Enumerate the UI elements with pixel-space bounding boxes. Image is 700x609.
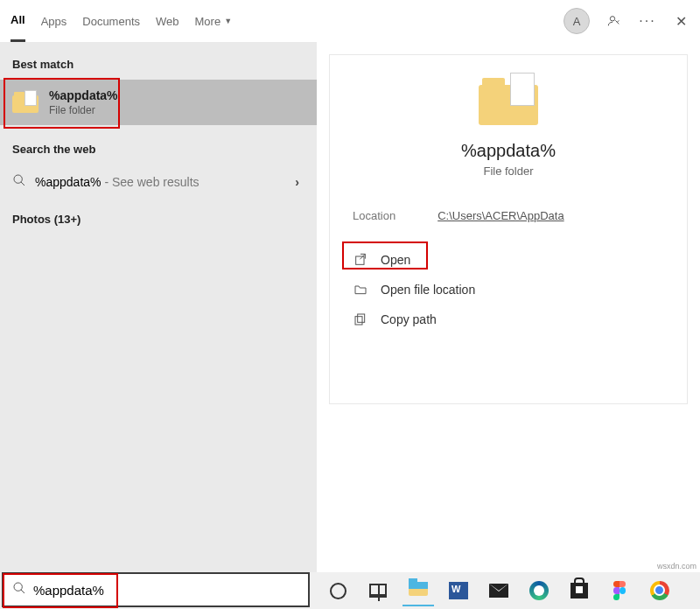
- taskbar: [315, 572, 700, 609]
- copy-icon: [353, 312, 368, 327]
- folder-icon: [12, 92, 38, 113]
- web-result-row[interactable]: %appdata% - See web results ›: [0, 164, 317, 199]
- topbar-actions: A ··· ✕: [564, 8, 690, 34]
- preview-title: %appdata%: [461, 141, 556, 161]
- results-panel: Best match %appdata% File folder Search …: [0, 42, 317, 572]
- content-area: Best match %appdata% File folder Search …: [0, 42, 700, 572]
- top-bar: All Apps Documents Web More ▼ A ··· ✕: [0, 0, 700, 42]
- location-row: Location C:\Users\ACER\AppData: [330, 178, 687, 222]
- cortana-icon[interactable]: [322, 575, 354, 606]
- search-window: All Apps Documents Web More ▼ A ··· ✕ Be…: [0, 0, 700, 572]
- search-input[interactable]: [33, 583, 299, 598]
- section-search-web: Search the web: [0, 139, 317, 164]
- watermark: wsxdn.com: [657, 562, 696, 570]
- search-box[interactable]: [2, 572, 310, 607]
- section-photos: Photos (13+): [0, 209, 317, 234]
- svg-point-1: [14, 175, 22, 183]
- figma-icon[interactable]: [604, 575, 635, 606]
- web-result-text: %appdata% - See web results: [35, 175, 200, 189]
- close-icon[interactable]: ✕: [672, 12, 690, 30]
- svg-point-5: [14, 583, 22, 591]
- result-item-appdata[interactable]: %appdata% File folder: [0, 80, 317, 125]
- search-icon: [12, 581, 26, 598]
- edge-icon[interactable]: [523, 575, 555, 606]
- mail-icon[interactable]: [483, 575, 514, 606]
- folder-open-icon: [353, 282, 368, 298]
- svg-rect-4: [355, 317, 362, 325]
- filter-tabs: All Apps Documents Web More ▼: [10, 0, 232, 42]
- chrome-icon[interactable]: [644, 575, 676, 606]
- chevron-down-icon: ▼: [224, 17, 232, 25]
- file-explorer-icon[interactable]: [402, 575, 434, 606]
- preview-panel: %appdata% File folder Location C:\Users\…: [317, 42, 700, 572]
- action-open-location[interactable]: Open file location: [330, 275, 687, 304]
- action-open[interactable]: Open: [330, 245, 687, 275]
- section-best-match: Best match: [0, 54, 317, 80]
- preview-card: %appdata% File folder Location C:\Users\…: [329, 54, 688, 404]
- preview-subtitle: File folder: [483, 164, 533, 178]
- word-icon[interactable]: [443, 575, 474, 606]
- search-icon: [12, 173, 26, 190]
- tab-documents[interactable]: Documents: [82, 0, 140, 42]
- action-copy-path[interactable]: Copy path: [330, 304, 687, 334]
- more-options-icon[interactable]: ···: [639, 12, 656, 30]
- result-title: %appdata%: [49, 88, 118, 102]
- svg-rect-3: [358, 314, 365, 322]
- actions-list: Open Open file location Copy path: [330, 245, 687, 334]
- location-label: Location: [353, 209, 396, 222]
- tab-all[interactable]: All: [10, 0, 25, 42]
- tab-web[interactable]: Web: [156, 0, 179, 42]
- result-text: %appdata% File folder: [49, 88, 118, 116]
- user-avatar[interactable]: A: [564, 8, 590, 34]
- tab-apps[interactable]: Apps: [41, 0, 67, 42]
- svg-rect-2: [356, 256, 364, 264]
- store-icon[interactable]: [564, 575, 595, 606]
- task-view-icon[interactable]: [362, 575, 394, 606]
- folder-icon: [479, 76, 538, 125]
- tab-more[interactable]: More ▼: [195, 0, 233, 42]
- feedback-icon[interactable]: [606, 12, 623, 30]
- result-subtitle: File folder: [49, 104, 118, 116]
- svg-point-0: [610, 17, 614, 21]
- open-icon: [353, 252, 368, 268]
- preview-header: %appdata% File folder: [330, 76, 687, 178]
- location-value[interactable]: C:\Users\ACER\AppData: [438, 209, 564, 222]
- chevron-right-icon: ›: [295, 175, 304, 189]
